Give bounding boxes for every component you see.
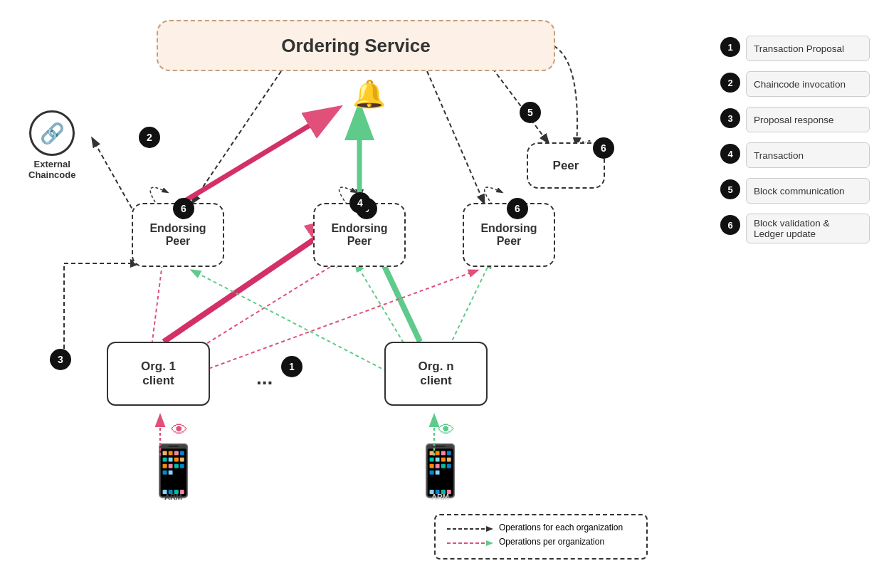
chain-icon: 🔗 (29, 110, 75, 156)
external-chaincode: 🔗 ExternalChaincode (28, 110, 75, 180)
legend-badge-4: 4 (720, 144, 740, 164)
ordering-service-label: Ordering Service (281, 35, 431, 57)
legend-entry-3: 3 Proposal response (720, 107, 870, 132)
arm-label-1: ARM (164, 493, 182, 501)
svg-line-4 (93, 139, 139, 221)
ordering-service-box: Ordering Service (157, 20, 555, 71)
legend-badge-6: 6 (720, 215, 740, 235)
legend-entry-2: 2 Chaincode invocation (720, 71, 870, 97)
legend-badge-2: 2 (720, 73, 740, 93)
legend-badge-5: 5 (720, 179, 740, 199)
legend-entry-1: 1 Transaction Proposal (720, 36, 870, 61)
arm-label-2: ARM (431, 493, 449, 501)
legend-badge-1: 1 (720, 37, 740, 57)
badge-6-peer: 6 (593, 137, 614, 159)
chip-icon-1: 📱 (142, 441, 204, 500)
arm-device-2: 👁 📱 ARM (409, 441, 471, 501)
dots-separator: ... (256, 367, 273, 389)
legend-item-1: Operations for each organization (447, 523, 635, 532)
right-legend-panel: 1 Transaction Proposal 2 Chaincode invoc… (720, 36, 870, 253)
svg-marker-20 (486, 526, 493, 532)
svg-marker-22 (486, 540, 493, 546)
badge-6-ep3: 6 (507, 198, 528, 219)
svg-line-0 (192, 71, 281, 203)
bell-icon: 🔔 (352, 78, 386, 110)
badge-6-ep1: 6 (173, 198, 194, 219)
legend-box: Operations for each organization Operati… (434, 514, 648, 560)
legend-label-2: Operations per organization (499, 537, 604, 547)
eye-icon-2: 👁 (438, 420, 455, 440)
legend-text-2: Chaincode invocation (746, 71, 870, 97)
arm-device-1: 👁 📱 ARM (142, 441, 204, 501)
orgn-client: Org. nclient (384, 342, 488, 406)
legend-text-6: Block validation & Ledger update (746, 214, 870, 243)
legend-text-5: Block communication (746, 178, 870, 204)
badge-4: 4 (349, 192, 371, 214)
legend-text-1: Transaction Proposal (746, 36, 870, 61)
legend-text-3: Proposal response (746, 107, 870, 132)
svg-line-15 (181, 110, 335, 203)
legend-badge-3: 3 (720, 108, 740, 128)
badge-5: 5 (520, 102, 541, 123)
legend-item-2: Operations per organization (447, 537, 635, 547)
badge-2: 2 (139, 127, 160, 148)
org1-client: Org. 1client (107, 342, 210, 406)
legend-text-4: Transaction (746, 142, 870, 168)
badge-1: 1 (281, 356, 302, 377)
external-chaincode-label: ExternalChaincode (28, 159, 75, 180)
svg-line-2 (427, 71, 484, 203)
legend-entry-5: 5 Block communication (720, 178, 870, 204)
legend-entry-6: 6 Block validation & Ledger update (720, 214, 870, 243)
chip-icon-2: 📱 (409, 441, 471, 500)
main-container: Ordering Service 🔔 🔗 ExternalChaincode 2… (0, 0, 884, 588)
legend-label-1: Operations for each organization (499, 523, 623, 532)
legend-entry-4: 4 Transaction (720, 142, 870, 168)
eye-icon-1: 👁 (171, 420, 188, 440)
badge-3: 3 (50, 349, 71, 370)
